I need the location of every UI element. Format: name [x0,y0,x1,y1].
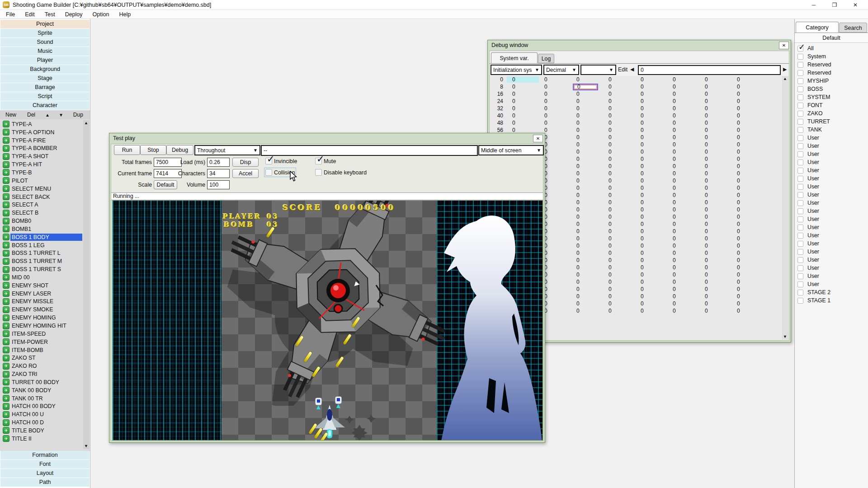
debug-cell[interactable]: 0 [667,272,699,278]
debug-cell[interactable]: 0 [731,257,764,263]
menu-file[interactable]: File [1,10,20,19]
section-button-music[interactable]: Music [0,47,90,56]
debug-cell[interactable]: 0 [603,156,635,162]
debug-cell[interactable]: 0 [507,113,539,119]
debug-cell[interactable]: 0 [667,192,699,198]
debug-cell[interactable]: 0 [571,300,603,307]
debug-cell[interactable]: 0 [635,76,667,83]
debug-cell[interactable]: 0 [667,105,699,112]
debug-cell[interactable]: 0 [731,113,764,119]
debug-cell[interactable]: 0 [571,221,603,227]
debug-cell[interactable]: 0 [571,98,603,104]
section-button-formation[interactable]: Formation [0,451,90,460]
list-item[interactable]: ✈ENEMY MISSLE [3,298,82,306]
duplicate-button[interactable]: Dup [68,112,89,118]
debug-cell[interactable]: 0 [699,250,731,256]
debug-cell[interactable]: 0 [731,221,764,227]
debug-cell[interactable]: 0 [667,250,699,256]
debug-cell[interactable]: 0 [667,279,699,285]
debug-cell[interactable]: 0 [603,98,635,104]
category-checkbox-system[interactable]: SYSTEM [795,93,868,101]
debug-cell[interactable]: 0 [539,113,571,119]
debug-cell[interactable]: 0 [667,76,699,83]
debug-cell[interactable]: 0 [731,264,764,271]
debug-cell[interactable]: 0 [731,272,764,278]
debug-cell[interactable]: 0 [571,170,603,177]
menu-test[interactable]: Test [40,10,60,19]
debug-close-button[interactable]: ✕ [779,42,789,49]
list-item[interactable]: ✈ITEM-BOMB [3,346,82,354]
load-field[interactable]: 0.26 [207,158,230,167]
disable-keyboard-checkbox[interactable]: Disable keyboard [315,169,367,176]
tab-search[interactable]: Search [839,23,867,33]
debug-cell[interactable]: 0 [699,293,731,300]
debug-cell[interactable]: 0 [699,272,731,278]
debug-cell[interactable]: 0 [667,293,699,300]
debug-cell[interactable]: 0 [571,272,603,278]
list-item[interactable]: ✈BOSS 1 TURRET L [3,249,82,258]
debug-cell[interactable]: 0 [635,199,667,206]
debug-cell[interactable]: 0 [603,199,635,206]
debug-cell[interactable]: 0 [699,98,731,104]
scroll-down-icon[interactable]: ▼ [782,334,788,340]
debug-cell[interactable]: 0 [571,105,603,112]
debug-cell[interactable]: 0 [667,308,699,314]
debug-cell[interactable]: 0 [571,214,603,220]
debug-cell[interactable]: 0 [699,192,731,198]
screen-position-select[interactable]: Middle of screen▼ [478,145,544,155]
category-checkbox-zako[interactable]: ZAKO [795,109,868,117]
debug-cell[interactable]: 0 [507,76,539,83]
category-checkbox-user[interactable]: User [795,158,868,166]
list-item[interactable]: ✈HATCH 00 U [3,410,82,418]
category-checkbox-user[interactable]: User [795,272,868,280]
extra-select[interactable]: ▼ [580,65,616,75]
debug-cell[interactable]: 0 [667,141,699,148]
debug-cell[interactable]: 0 [667,91,699,97]
debug-cell[interactable]: 0 [571,134,603,141]
category-checkbox-reserved[interactable]: Reserved [795,61,868,69]
list-item[interactable]: ✈MID 00 [3,273,82,282]
debug-cell[interactable]: 0 [603,149,635,155]
debug-cell[interactable]: 0 [731,170,764,177]
debug-cell[interactable]: 0 [731,91,764,97]
debug-cell[interactable]: 0 [635,98,667,104]
debug-cell[interactable]: 0 [635,206,667,213]
list-item[interactable]: ✈BOMB0 [3,217,82,225]
debug-cell[interactable]: 0 [507,84,539,90]
debug-scrollbar[interactable]: ▲ ▼ [782,76,788,340]
minimize-button[interactable]: ─ [804,0,824,10]
debug-cell[interactable]: 0 [635,185,667,191]
debug-cell[interactable]: 0 [667,127,699,133]
debug-cell[interactable]: 0 [603,141,635,148]
debug-cell[interactable]: 0 [603,214,635,220]
debug-cell[interactable]: 0 [635,105,667,112]
debug-cell[interactable]: 0 [635,264,667,271]
debug-cell[interactable]: 0 [635,84,667,90]
disp-button[interactable]: Disp [232,158,259,167]
debug-cell[interactable]: 0 [667,235,699,242]
mute-checkbox[interactable]: ✓ Mute [315,158,336,164]
category-checkbox-user[interactable]: User [795,223,868,231]
debug-cell[interactable]: 0 [603,206,635,213]
debug-cell[interactable]: 0 [667,199,699,206]
debug-cell[interactable]: 0 [635,293,667,300]
debug-cell[interactable]: 0 [667,98,699,104]
debug-cell[interactable]: 0 [571,199,603,206]
test-play-title[interactable]: Test play [109,133,545,143]
debug-cell[interactable]: 0 [571,149,603,155]
list-item[interactable]: ✈ENEMY SMOKE [3,305,82,314]
debug-cell[interactable]: 0 [635,170,667,177]
debug-cell[interactable]: 0 [699,235,731,242]
debug-cell[interactable]: 0 [667,134,699,141]
debug-cell[interactable]: 0 [571,91,603,97]
debug-cell[interactable]: 0 [539,127,571,133]
debug-cell[interactable]: 0 [507,127,539,133]
debug-cell[interactable]: 0 [571,156,603,162]
debug-cell[interactable]: 0 [667,170,699,177]
section-button-barrage[interactable]: Barrage [0,83,90,92]
debug-cell[interactable]: 0 [699,105,731,112]
debug-cell[interactable]: 0 [699,113,731,119]
category-checkbox-user[interactable]: User [795,239,868,248]
category-checkbox-user[interactable]: User [795,142,868,150]
category-checkbox-user[interactable]: User [795,150,868,158]
